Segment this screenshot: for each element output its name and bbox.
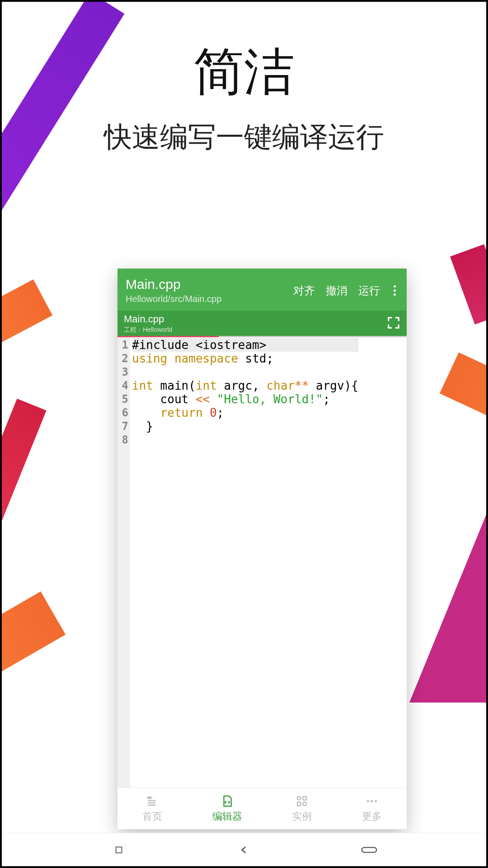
hero-subtitle: 快速编写一键编译运行 — [2, 118, 486, 156]
decor-stripe-red-left — [0, 399, 47, 536]
editor-title-block: Main.cpp Helloworld/src/Main.cpp — [126, 277, 293, 304]
home-icon — [145, 794, 159, 808]
decor-stripe-orange-right — [440, 353, 488, 447]
svg-rect-11 — [116, 847, 122, 853]
undo-button[interactable]: 撤消 — [326, 283, 347, 298]
svg-point-10 — [375, 800, 377, 802]
decor-stripe-magenta-right — [450, 244, 488, 325]
expand-icon[interactable] — [387, 316, 400, 331]
more-icon — [365, 794, 379, 808]
svg-rect-5 — [303, 797, 307, 800]
sys-back-button[interactable] — [236, 842, 252, 858]
decor-stripe-orange-bottom — [0, 591, 66, 707]
nav-examples-label: 实例 — [292, 810, 312, 823]
system-nav-bar — [2, 833, 486, 866]
editor-path: Helloworld/src/Main.cpp — [126, 294, 293, 304]
svg-point-9 — [371, 800, 373, 802]
svg-point-4 — [297, 797, 301, 800]
editor-header: Main.cpp Helloworld/src/Main.cpp 对齐 撤消 运… — [117, 269, 407, 311]
align-button[interactable]: 对齐 — [293, 283, 315, 298]
line-gutter: 1 2 3 4 5 6 7 8 — [117, 337, 130, 788]
nav-more[interactable]: 更多 — [362, 794, 382, 823]
hero-title: 简洁 — [2, 38, 486, 106]
tab-project: 工程：Helloworld — [124, 326, 172, 334]
svg-rect-0 — [148, 797, 151, 798]
tab-bar: Main.cpp 工程：Helloworld — [117, 311, 407, 336]
editor-card: Main.cpp Helloworld/src/Main.cpp 对齐 撤消 运… — [117, 269, 407, 829]
svg-point-8 — [367, 800, 369, 802]
decor-stripe-pink — [409, 504, 488, 703]
nav-more-label: 更多 — [362, 810, 382, 823]
nav-editor-label: 编辑器 — [212, 810, 242, 823]
editor-filename: Main.cpp — [126, 277, 293, 292]
svg-point-7 — [303, 802, 307, 806]
sys-home-button[interactable] — [361, 842, 377, 858]
code-content[interactable]: #include <iostream> using namespace std;… — [130, 337, 358, 788]
svg-rect-6 — [297, 802, 301, 806]
tab-filename: Main.cpp — [124, 313, 172, 325]
code-editor[interactable]: 1 2 3 4 5 6 7 8 #include <iostream> usin… — [117, 337, 407, 788]
sys-recents-button[interactable] — [111, 842, 127, 858]
nav-examples[interactable]: 实例 — [292, 794, 312, 823]
bottom-nav: 首页 编辑器 实例 更多 — [117, 788, 407, 829]
decor-stripe-orange-top — [0, 279, 52, 366]
editor-icon — [221, 794, 234, 808]
examples-icon — [295, 794, 309, 808]
nav-editor[interactable]: 编辑器 — [212, 794, 242, 823]
more-menu-icon[interactable] — [391, 285, 399, 296]
nav-home[interactable]: 首页 — [142, 794, 162, 823]
hero-section: 简洁 快速编写一键编译运行 — [2, 38, 486, 156]
nav-home-label: 首页 — [142, 810, 162, 823]
svg-rect-12 — [362, 847, 376, 852]
active-tab[interactable]: Main.cpp 工程：Helloworld — [124, 313, 172, 334]
run-button[interactable]: 运行 — [358, 283, 380, 298]
